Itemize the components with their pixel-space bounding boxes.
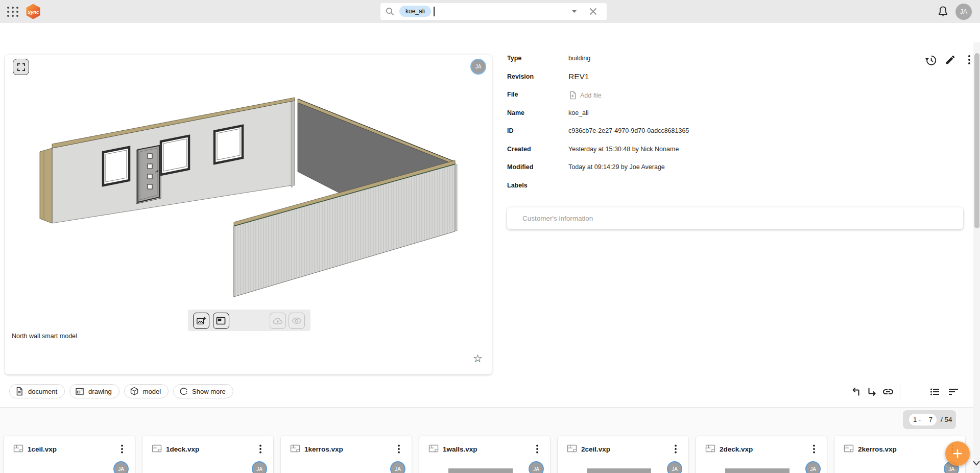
metadata-label: File	[507, 91, 568, 98]
file-card-1walls.vxp[interactable]: 1walls.vxp JA	[419, 436, 550, 473]
metadata-value: koe_ali	[568, 109, 589, 116]
search-term-chip[interactable]: koe_ali	[399, 6, 431, 17]
customer-information-placeholder: Customer's information	[507, 215, 593, 222]
page-range-input[interactable]: 1 - 7	[909, 414, 937, 425]
metadata-value: Today at 09:14:29 by Joe Average	[568, 163, 665, 171]
user-avatar[interactable]: JA	[955, 4, 972, 20]
file-modifier-avatar[interactable]: JA	[252, 461, 267, 473]
file-card-menu-button[interactable]	[810, 444, 818, 454]
file-card-1ceil.vxp[interactable]: 1ceil.vxp JA	[4, 436, 135, 473]
metadata-panel: Type building Revision REV1 File Add fil…	[507, 53, 824, 198]
drawing-file-icon	[705, 443, 716, 454]
metadata-label: Type	[507, 55, 568, 62]
file-card-2ceil.vxp[interactable]: 2ceil.vxp JA	[558, 436, 688, 473]
scrollbar-thumb[interactable]	[974, 53, 979, 228]
arrow-turn-down-right-icon	[866, 386, 878, 398]
eye-icon	[292, 317, 302, 324]
file-modifier-avatar[interactable]: JA	[113, 461, 129, 473]
file-name: 1kerros.vxp	[304, 445, 343, 453]
scroll-down-chevron-icon[interactable]	[972, 460, 980, 466]
file-card-2deck.vxp[interactable]: 2deck.vxp JA	[696, 436, 827, 473]
filter-chip-document[interactable]: document	[9, 384, 65, 398]
link-button[interactable]	[882, 386, 894, 398]
drawing-file-icon	[290, 443, 301, 454]
drawing-file-icon	[428, 443, 439, 454]
model-3d-preview[interactable]	[33, 97, 467, 301]
file-modifier-avatar[interactable]: JA	[805, 461, 821, 473]
sync-logo[interactable]: Sync	[26, 4, 41, 19]
show-more-icon	[179, 387, 188, 396]
drawing-file-icon	[151, 443, 162, 454]
drawing-file-icon	[566, 443, 578, 454]
apps-grid-button[interactable]	[6, 5, 19, 18]
close-icon	[589, 8, 597, 15]
file-card-menu-button[interactable]	[672, 444, 679, 454]
drawing-icon	[75, 387, 84, 396]
history-icon	[925, 54, 937, 66]
top-app-bar: Sync koe_ali JA	[0, 0, 980, 23]
file-name: 1walls.vxp	[443, 445, 477, 453]
kebab-icon	[965, 54, 973, 65]
apps-grid-icon	[6, 5, 19, 18]
add-file-icon[interactable]	[568, 91, 577, 100]
sort-button[interactable]	[947, 386, 960, 398]
fullscreen-button[interactable]	[13, 59, 29, 75]
plus-icon	[952, 448, 963, 459]
search-clear-button[interactable]	[589, 8, 597, 15]
cloud-download-icon	[273, 317, 283, 325]
file-modifier-avatar[interactable]: JA	[529, 461, 544, 473]
metadata-row: Modified Today at 09:14:29 by Joe Averag…	[507, 161, 824, 180]
forward-arrow-button[interactable]	[866, 386, 878, 398]
metadata-value: building	[568, 55, 590, 62]
metadata-label: Revision	[507, 73, 568, 80]
add-image-icon	[196, 316, 206, 326]
file-modifier-avatar[interactable]: JA	[390, 461, 405, 473]
file-card-menu-button[interactable]	[395, 444, 402, 454]
file-card-menu-button[interactable]	[118, 444, 126, 454]
metadata-value: Yesterday at 15:30:48 by Nick Noname	[568, 146, 679, 153]
add-button[interactable]	[945, 441, 970, 466]
file-card-menu-button[interactable]	[257, 444, 264, 454]
edit-button[interactable]	[945, 54, 956, 65]
metadata-label: Created	[507, 146, 568, 153]
metadata-row: Name koe_ali	[507, 107, 824, 126]
file-card-1kerros.vxp[interactable]: 1kerros.vxp JA	[281, 436, 412, 473]
search-icon	[386, 7, 394, 16]
scrollbar[interactable]	[973, 42, 980, 473]
metadata-label: Modified	[507, 163, 568, 171]
file-card-1deck.vxp[interactable]: 1deck.vxp JA	[142, 436, 273, 473]
modifier-avatar[interactable]: JA	[470, 59, 486, 75]
file-card-menu-button[interactable]	[534, 444, 541, 454]
file-name: 1deck.vxp	[166, 445, 199, 453]
more-options-button[interactable]	[965, 54, 973, 65]
metadata-value: c936cb7e-2e27-4970-9d70-0adcc8681365	[568, 127, 689, 134]
cloud-download-button[interactable]	[270, 313, 286, 329]
add-image-button[interactable]	[193, 313, 209, 329]
file-thumbnail-preview	[448, 468, 513, 473]
entity-toolbar: koe_ali	[0, 23, 980, 51]
visibility-button[interactable]	[289, 313, 305, 329]
arrow-turn-up-left-icon	[850, 386, 863, 398]
filter-chip-show-more[interactable]: Show more	[173, 384, 233, 398]
pagination[interactable]: 1 - 7 / 54	[903, 410, 956, 429]
filter-chip-drawing[interactable]: drawing	[69, 384, 119, 398]
notifications-button[interactable]	[937, 5, 949, 18]
search-dropdown-caret-icon[interactable]	[572, 10, 577, 13]
filter-chip-model[interactable]: model	[124, 384, 169, 398]
reply-arrow-button[interactable]	[850, 386, 863, 398]
customer-information-field[interactable]: Customer's information	[507, 207, 963, 229]
file-name: 2kerros.vxp	[858, 445, 897, 453]
fullscreen-icon	[17, 63, 25, 71]
favorite-star-button[interactable]: ☆	[473, 352, 483, 365]
link-icon	[882, 386, 894, 398]
search-bar[interactable]: koe_ali	[380, 3, 607, 20]
history-button[interactable]	[925, 54, 937, 66]
sort-icon	[947, 386, 960, 398]
metadata-label: ID	[507, 127, 568, 134]
metadata-row: Type building	[507, 53, 824, 71]
metadata-value: Add file	[568, 91, 602, 100]
list-view-button[interactable]	[929, 386, 941, 398]
file-modifier-avatar[interactable]: JA	[667, 461, 682, 473]
file-name: 2deck.vxp	[720, 445, 753, 453]
thumbnail-view-button[interactable]	[213, 313, 229, 329]
